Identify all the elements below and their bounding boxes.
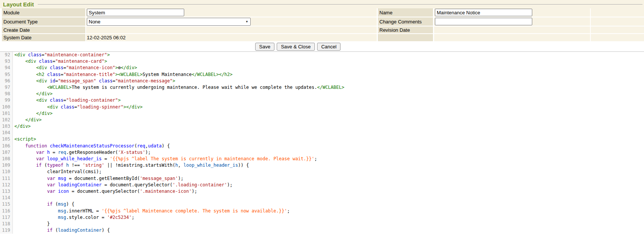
code-text: if (loadingContainer) {	[13, 227, 110, 234]
module-input[interactable]	[87, 9, 184, 16]
form-row-system-date: System Date 12-02-2025 06:02	[2, 34, 644, 41]
name-label: Name	[378, 8, 433, 17]
line-number: 114	[0, 195, 13, 201]
line-number: 109	[0, 162, 13, 169]
code-text: </div>	[13, 110, 52, 117]
code-line[interactable]: 105<script>	[0, 136, 644, 143]
code-text: <div class="maintenance-card">	[13, 58, 107, 65]
code-line[interactable]: 107 var h = req.getResponseHeader('X-sta…	[0, 149, 644, 156]
code-text: var h = req.getResponseHeader('X-status'…	[13, 149, 151, 156]
code-line[interactable]: 103</div>	[0, 123, 644, 130]
row-filler	[591, 8, 644, 17]
form-row-doctype-comments: Document Type None ▼ Change Comments	[2, 17, 644, 26]
form-row-create-revision: Create Date Revision Date	[2, 26, 644, 33]
line-number: 108	[0, 156, 13, 162]
line-number: 99	[0, 97, 13, 104]
line-number: 106	[0, 143, 13, 149]
code-line[interactable]: 100 <div class="loading-spinner"></div>	[0, 104, 644, 110]
system-date-label: System Date	[2, 34, 85, 41]
code-line[interactable]: 93 <div class="maintenance-card">	[0, 58, 644, 65]
line-number: 95	[0, 71, 13, 78]
code-text: </div>	[13, 117, 42, 123]
code-line[interactable]: 111 var msg = document.getElementById('m…	[0, 175, 644, 182]
line-number: 116	[0, 208, 13, 214]
code-text: var icon = document.querySelector('.main…	[13, 188, 197, 195]
code-line[interactable]: 97 <WCLABEL>The system is currently unde…	[0, 84, 644, 91]
code-text: <div class="loading-container">	[13, 97, 121, 104]
form-row-module-name: Module Name	[2, 8, 644, 17]
code-line[interactable]: 94 <div class="maintenance-icon">⚙</div>	[0, 65, 644, 71]
code-text: <div id="message_span" class="maintenanc…	[13, 78, 175, 84]
module-label: Module	[2, 8, 85, 17]
code-line[interactable]: 98 </div>	[0, 91, 644, 97]
code-line[interactable]: 116 msg.innerHTML = '{{%pjs ^label Maint…	[0, 208, 644, 214]
code-text: </div>	[13, 91, 52, 97]
code-line[interactable]: 112 var loadingContainer = document.quer…	[0, 182, 644, 188]
system-date-value: 12-02-2025 06:02	[86, 34, 377, 41]
line-number: 110	[0, 169, 13, 175]
code-text	[13, 195, 14, 201]
revision-date-label: Revision Date	[378, 26, 433, 33]
line-number: 98	[0, 91, 13, 97]
cancel-button[interactable]: Cancel	[317, 43, 340, 51]
line-number: 103	[0, 123, 13, 130]
line-number: 115	[0, 201, 13, 208]
line-number: 117	[0, 214, 13, 221]
line-number: 113	[0, 188, 13, 195]
line-number: 112	[0, 182, 13, 188]
code-text: var loop_while_header_is = '{{%pjs ^labe…	[13, 156, 317, 162]
code-text: if (msg) {	[13, 201, 74, 208]
line-number: 111	[0, 175, 13, 182]
line-number: 100	[0, 104, 13, 110]
name-input[interactable]	[435, 9, 532, 16]
code-line[interactable]: 118 }	[0, 221, 644, 227]
line-number: 118	[0, 221, 13, 227]
code-editor[interactable]: 92<div class="maintenance-container">93 …	[0, 51, 644, 234]
name-value-cell	[434, 8, 590, 17]
code-line[interactable]: 108 var loop_while_header_is = '{{%pjs ^…	[0, 156, 644, 162]
code-text: function checkMaintenanceStatusProcessor…	[13, 143, 170, 149]
line-number: 101	[0, 110, 13, 117]
document-type-select-wrap: None ▼	[87, 18, 251, 26]
code-line[interactable]: 95 <h2 class="maintenance-title"><WCLABE…	[0, 71, 644, 78]
code-line[interactable]: 110 clearInterval(cmsi);	[0, 169, 644, 175]
code-text: <WCLABEL>The system is currently undergo…	[13, 84, 344, 91]
code-line[interactable]: 117 msg.style.color = '#2c5234';	[0, 214, 644, 221]
document-type-label: Document Type	[2, 17, 85, 26]
code-line[interactable]: 99 <div class="loading-container">	[0, 97, 644, 104]
code-line[interactable]: 115 if (msg) {	[0, 201, 644, 208]
line-number: 119	[0, 227, 13, 234]
page-title: Layout Edit	[3, 1, 34, 8]
document-type-select[interactable]: None	[87, 18, 251, 26]
change-comments-input[interactable]	[435, 18, 532, 25]
code-text: <script>	[13, 136, 36, 143]
save-button[interactable]: Save	[255, 43, 275, 51]
create-date-label: Create Date	[2, 26, 85, 33]
code-line[interactable]: 96 <div id="message_span" class="mainten…	[0, 78, 644, 84]
code-text: var loadingContainer = document.querySel…	[13, 182, 233, 188]
line-number: 94	[0, 65, 13, 71]
code-line[interactable]: 106 function checkMaintenanceStatusProce…	[0, 143, 644, 149]
line-number: 104	[0, 130, 13, 136]
code-line[interactable]: 114	[0, 195, 644, 201]
code-line[interactable]: 119 if (loadingContainer) {	[0, 227, 644, 234]
line-number: 97	[0, 84, 13, 91]
code-text: clearInterval(cmsi);	[13, 169, 102, 175]
code-text: <div class="loading-spinner"></div>	[13, 104, 143, 110]
save-and-close-button[interactable]: Save & Close	[277, 43, 315, 51]
module-value-cell	[86, 8, 377, 17]
code-line[interactable]: 109 if (typeof h !== 'string' || !miestr…	[0, 162, 644, 169]
code-line[interactable]: 92<div class="maintenance-container">	[0, 52, 644, 58]
code-text: <div class="maintenance-icon">⚙</div>	[13, 65, 137, 71]
layout-edit-header: Layout Edit	[0, 0, 644, 8]
code-text	[13, 130, 14, 136]
code-line[interactable]: 104	[0, 130, 644, 136]
code-line[interactable]: 102 </div>	[0, 117, 644, 123]
revision-date-value	[434, 26, 590, 33]
create-date-value	[86, 26, 377, 33]
code-line[interactable]: 101 </div>	[0, 110, 644, 117]
change-comments-label: Change Comments	[378, 17, 433, 26]
line-number: 92	[0, 52, 13, 58]
code-line[interactable]: 113 var icon = document.querySelector('.…	[0, 188, 644, 195]
code-text: <h2 class="maintenance-title"><WCLABEL>S…	[13, 71, 233, 78]
